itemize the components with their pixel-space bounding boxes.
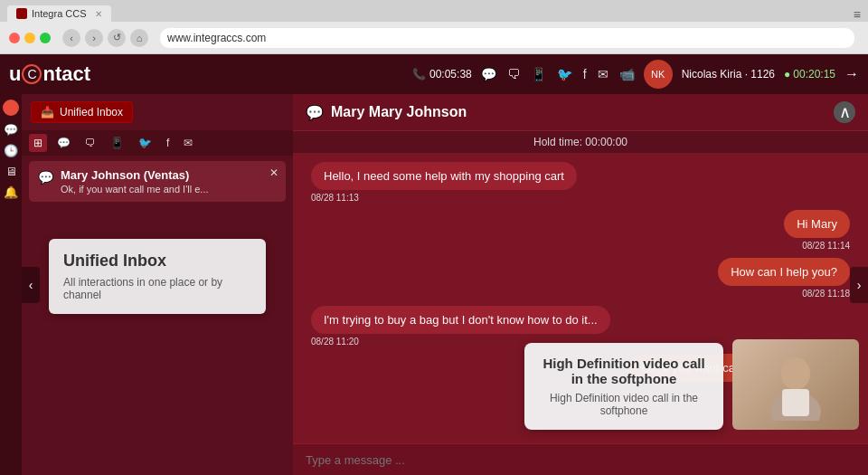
message-time: 08/28 11:14 [802, 241, 850, 251]
chat-contact-name: Mary Mary JohnsonMary Johnson [331, 104, 834, 120]
header-channel-icons: 💬 🗨 📱 🐦 f ✉ 📹 [481, 67, 635, 81]
tab-social[interactable]: 🗨 [80, 134, 100, 152]
conversation-name: Mary Johnson (Ventas) [61, 168, 277, 182]
browser-navigation: ‹ › ↺ ⌂ [62, 29, 148, 47]
conversation-preview: Ok, if you want call me and I'll e... [61, 184, 241, 195]
hd-tooltip-description: High Definition video call in the softph… [539, 392, 709, 417]
facebook-icon[interactable]: f [583, 67, 587, 81]
hd-tooltip-title: High Definition video call in the softph… [539, 356, 709, 386]
message-row: Hello, I need some help with my shopping… [311, 162, 850, 203]
url-text: www.integraccs.com [167, 32, 266, 44]
conversation-close-button[interactable]: ✕ [269, 166, 278, 179]
close-traffic-light[interactable] [9, 33, 20, 43]
user-name: Nicolas Kiria [682, 68, 742, 81]
unified-inbox-tooltip: Unified Inbox All interactions in one pl… [49, 239, 266, 314]
app-header: u C ntact 📞 00:05:38 💬 🗨 📱 🐦 f ✉ 📹 NK Ni… [0, 54, 868, 94]
logo-u: u [9, 62, 21, 86]
chat-icon[interactable]: 💬 [481, 67, 496, 81]
message-bubble: I'm trying to buy a bag but I don't know… [311, 306, 610, 334]
twitter-icon[interactable]: 🐦 [557, 67, 572, 81]
left-nav-arrow[interactable]: ‹ [22, 267, 40, 303]
right-nav-arrow[interactable]: › [850, 267, 868, 303]
main-content: 💬 🕒 🖥 🔔 ‹ 📥 Unified Inbox ⊞ 💬 🗨 📱 🐦 [0, 94, 868, 475]
left-panel: ‹ 📥 Unified Inbox ⊞ 💬 🗨 📱 🐦 f ✉ 💬 [22, 94, 293, 475]
back-button[interactable]: ‹ [62, 29, 80, 47]
tooltip-title: Unified Inbox [63, 252, 251, 271]
tab-mobile[interactable]: 📱 [106, 134, 128, 152]
hold-time-text: Hold time: 00:00:00 [533, 136, 627, 148]
svg-point-0 [781, 357, 810, 390]
logout-arrow[interactable]: → [844, 66, 859, 82]
bell-sidebar-icon[interactable]: 🔔 [4, 185, 18, 199]
left-panel-header: 📥 Unified Inbox [22, 94, 293, 130]
chat-sidebar-icon[interactable]: 💬 [4, 123, 18, 137]
phone-icon: 📞 [412, 68, 426, 81]
inbox-badge-icon: 📥 [41, 106, 54, 119]
message-time: 08/28 11:20 [311, 337, 359, 347]
conversation-channel-icon: 💬 [38, 170, 53, 185]
monitor-sidebar-icon[interactable]: 🖥 [5, 165, 17, 178]
tab-chat[interactable]: 💬 [52, 134, 75, 152]
browser-menu-button[interactable]: ≡ [854, 7, 861, 22]
tab-facebook[interactable]: f [162, 134, 174, 152]
chat-panel: 💬 Mary Mary JohnsonMary Johnson ∧ Hold t… [293, 94, 868, 475]
minimize-traffic-light[interactable] [24, 33, 35, 43]
chat-header: 💬 Mary Mary JohnsonMary Johnson ∧ [293, 94, 868, 131]
message-time: 08/28 11:13 [311, 193, 359, 203]
history-sidebar-icon[interactable]: 🕒 [4, 144, 18, 157]
traffic-lights [9, 33, 51, 43]
browser-tab[interactable]: Integra CCS ✕ [7, 5, 111, 22]
icons-sidebar: 💬 🕒 🖥 🔔 [0, 94, 22, 475]
message-bubble: Hello, I need some help with my shopping… [311, 162, 577, 190]
hold-time-bar: Hold time: 00:00:00 [293, 131, 868, 153]
inbox-badge-label: Unified Inbox [60, 106, 123, 119]
user-id-number: 1126 [750, 68, 775, 81]
message-time: 08/28 11:18 [802, 289, 850, 299]
video-icon[interactable]: 📹 [619, 67, 635, 81]
social-icon[interactable]: 🗨 [507, 67, 520, 81]
chat-input-area [293, 443, 868, 475]
message-input[interactable] [306, 453, 855, 467]
maximize-traffic-light[interactable] [40, 33, 51, 43]
inbox-indicator[interactable] [3, 100, 19, 116]
online-time: ● 00:20:15 [784, 68, 835, 81]
refresh-button[interactable]: ↺ [108, 29, 126, 47]
forward-button[interactable]: › [85, 29, 103, 47]
message-bubble: Hi Mary [784, 210, 850, 238]
message-bubble: How can I help you? [718, 258, 850, 286]
tooltip-description: All interactions in one place or by chan… [63, 276, 251, 301]
online-indicator: ● [784, 68, 790, 81]
chat-header-icon: 💬 [306, 104, 324, 121]
app-logo: u C ntact [9, 62, 90, 86]
tab-favicon [16, 8, 27, 19]
user-avatar: NK [644, 60, 673, 89]
hd-video-tooltip: High Definition video call in the softph… [524, 343, 723, 430]
message-row: Hi Mary08/28 11:14 [311, 210, 850, 251]
tab-title: Integra CCS [32, 8, 87, 19]
message-row: How can I help you?08/28 11:18 [311, 258, 850, 299]
tab-email[interactable]: ✉ [179, 134, 197, 152]
address-bar[interactable]: www.integraccs.com [160, 28, 854, 48]
svg-rect-2 [782, 389, 809, 416]
call-duration: 📞 00:05:38 [412, 68, 472, 81]
logo-circle: C [22, 64, 42, 84]
home-button[interactable]: ⌂ [130, 29, 148, 47]
channel-tabs: ⊞ 💬 🗨 📱 🐦 f ✉ [22, 130, 293, 156]
conversation-content: Mary Johnson (Ventas) Ok, if you want ca… [61, 168, 277, 195]
call-timer: 00:05:38 [429, 68, 472, 81]
chat-collapse-button[interactable]: ∧ [834, 101, 855, 123]
video-person-avatar [732, 339, 859, 430]
logo-contact: ntact [42, 62, 90, 86]
tab-all[interactable]: ⊞ [29, 134, 47, 152]
online-timer: 00:20:15 [793, 68, 835, 81]
mobile-icon[interactable]: 📱 [531, 67, 546, 81]
conversation-item[interactable]: 💬 Mary Johnson (Ventas) Ok, if you want … [29, 161, 286, 202]
video-preview [732, 339, 859, 430]
email-icon[interactable]: ✉ [598, 67, 609, 81]
person-avatar-svg [760, 348, 832, 421]
tab-twitter[interactable]: 🐦 [134, 134, 156, 152]
avatar-initials: NK [651, 69, 665, 80]
user-info: Nicolas Kiria · 1126 [682, 68, 775, 81]
tab-close-button[interactable]: ✕ [95, 9, 102, 19]
unified-inbox-badge[interactable]: 📥 Unified Inbox [31, 101, 133, 123]
